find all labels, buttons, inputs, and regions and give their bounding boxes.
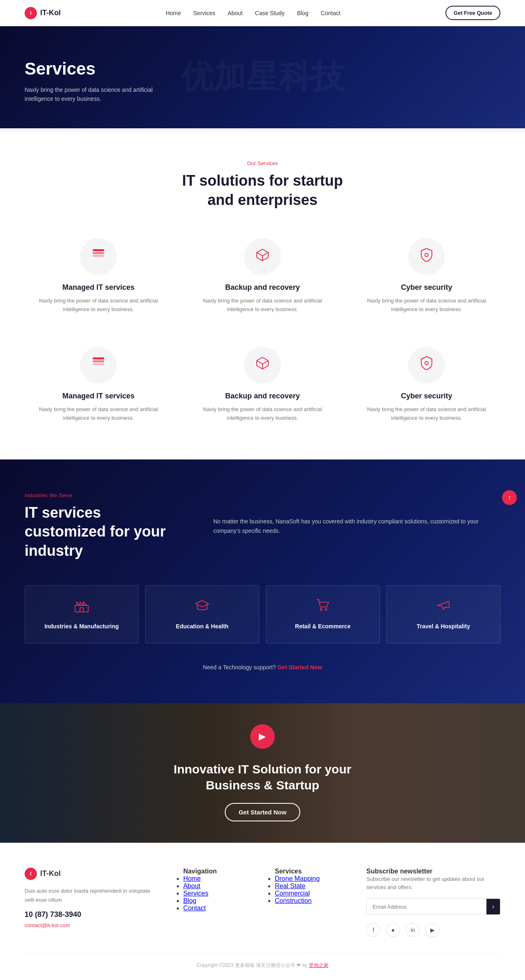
- video-content: ▶ Innovative IT Solution for yourBusines…: [173, 724, 351, 821]
- instagram-icon[interactable]: ●: [386, 923, 400, 937]
- divider-1: [0, 128, 525, 132]
- get-started-button[interactable]: Get Started Now: [225, 803, 301, 821]
- footer-logo: I IT-Kol: [25, 868, 159, 880]
- box-icon-2: [254, 355, 271, 375]
- footer-services-col: Services Drone Mapping Real State Commer…: [275, 868, 342, 937]
- box-icon: [254, 247, 271, 267]
- footer-services-title: Services: [275, 868, 342, 875]
- credits-link[interactable]: 坚他之家: [309, 962, 329, 968]
- brand-logo[interactable]: I IT-Kol: [25, 7, 61, 19]
- brand-name: IT-Kol: [40, 9, 61, 17]
- nav-blog[interactable]: Blog: [297, 10, 308, 16]
- service-title-2: Backup and recovery: [197, 283, 328, 292]
- footer-nav-contact[interactable]: Contact: [183, 905, 206, 912]
- industry-title-4: Travel & Hospitality: [395, 623, 492, 631]
- footer-phone: 10 (87) 738-3940: [25, 910, 159, 919]
- play-button[interactable]: ▶: [250, 724, 275, 749]
- industries-right: No matter the business, NanaSoft has you…: [213, 492, 500, 537]
- footer-service-2[interactable]: Real State: [275, 882, 306, 889]
- footer-nav-list: Home About Services Blog Contact: [183, 875, 250, 912]
- industry-cards-grid: Industries & Manufacturing Education & H…: [25, 585, 500, 643]
- navbar: I IT-Kol Home Services About Case Study …: [0, 0, 525, 26]
- svg-point-3: [425, 253, 428, 257]
- get-free-quote-button[interactable]: Get Free Quote: [445, 6, 500, 20]
- hero-banner: 优加星科技 Services Naxly bring the power of …: [0, 26, 525, 128]
- footer-credits: 更多模板 请关注微信公众号 ❤ by 坚他之家: [235, 962, 329, 968]
- industry-card-4[interactable]: Travel & Hospitality: [386, 585, 500, 643]
- shield-icon-1: [418, 247, 435, 267]
- services-subtitle: Our Services: [25, 160, 500, 166]
- industry-title-2: Education & Health: [154, 623, 251, 631]
- service-title-5: Backup and recovery: [197, 392, 328, 400]
- nav-home[interactable]: Home: [166, 10, 181, 16]
- industry-card-3[interactable]: Retail & Ecommerce: [266, 585, 380, 643]
- industry-card-1[interactable]: Industries & Manufacturing: [25, 585, 139, 643]
- layers-icon-2: [90, 355, 107, 375]
- nav-contact[interactable]: Contact: [321, 10, 340, 16]
- footer-services-list: Drone Mapping Real State Commercial Cons…: [275, 875, 342, 905]
- footer-service-4[interactable]: Construction: [275, 897, 312, 904]
- footer-nav-title: Navigation: [183, 868, 250, 875]
- email-subscribe-input[interactable]: [367, 899, 486, 914]
- footer-logo-icon: I: [25, 868, 37, 880]
- footer-email[interactable]: contact@it-kol.com: [25, 922, 159, 928]
- shield-icon-2: [418, 355, 435, 375]
- graduation-icon: [154, 598, 251, 616]
- nav-services[interactable]: Services: [193, 10, 215, 16]
- scroll-top-button[interactable]: ↑: [502, 490, 517, 505]
- service-card-2: Backup and recovery Naxly bring the powe…: [189, 230, 336, 322]
- footer-service-3[interactable]: Commercial: [275, 890, 310, 897]
- industry-card-2[interactable]: Education & Health: [145, 585, 259, 643]
- industries-title: IT services customized for your industry: [25, 503, 180, 561]
- footer-service-1[interactable]: Drone Mapping: [275, 875, 320, 882]
- service-title-6: Cyber security: [361, 392, 492, 400]
- service-desc-4: Naxly bring the power of data science an…: [33, 405, 164, 423]
- copyright-text: Copyright ©2023: [196, 962, 233, 968]
- email-subscribe-button[interactable]: ›: [486, 899, 500, 914]
- footer-bottom: Copyright ©2023 更多模板 请关注微信公众号 ❤ by 坚他之家: [25, 953, 500, 969]
- footer-nav-blog[interactable]: Blog: [183, 897, 196, 904]
- service-desc-3: Naxly bring the power of data science an…: [361, 297, 492, 314]
- service-desc-6: Naxly bring the power of data science an…: [361, 405, 492, 423]
- facebook-icon[interactable]: f: [366, 923, 380, 937]
- youtube-icon[interactable]: ▶: [425, 923, 439, 937]
- service-icon-wrap-2: [244, 238, 281, 275]
- industries-description: No matter the business, NanaSoft has you…: [213, 517, 500, 537]
- industry-title-3: Retail & Ecommerce: [274, 623, 371, 631]
- get-started-link[interactable]: Get Started Now: [277, 664, 322, 671]
- service-icon-wrap-3: [408, 238, 445, 275]
- industries-left: Industries We Serve IT services customiz…: [25, 492, 180, 569]
- nav-casestudy[interactable]: Case Study: [255, 10, 285, 16]
- footer-newsletter-col: Subscribe newsletter Subscribe our newsl…: [366, 868, 500, 937]
- service-desc-2: Naxly bring the power of data science an…: [197, 297, 328, 314]
- service-card-5: Backup and recovery Naxly bring the powe…: [189, 339, 336, 431]
- factory-icon: [33, 598, 130, 616]
- nav-about[interactable]: About: [228, 10, 243, 16]
- plane-icon: [395, 598, 492, 616]
- hero-description: Naxly bring the power of data science an…: [25, 85, 164, 104]
- hero-title: Services: [25, 59, 500, 79]
- footer-nav-about[interactable]: About: [183, 882, 201, 889]
- cart-icon: [274, 598, 371, 616]
- service-title-3: Cyber security: [361, 283, 492, 292]
- service-card-3: Cyber security Naxly bring the power of …: [353, 230, 500, 322]
- logo-icon: I: [25, 7, 37, 19]
- industries-inner: Industries We Serve IT services customiz…: [25, 492, 500, 569]
- footer-nav-home[interactable]: Home: [183, 875, 201, 882]
- industry-title-1: Industries & Manufacturing: [33, 623, 130, 631]
- services-title: IT solutions for startupand enterprises: [25, 171, 500, 210]
- layers-icon: [90, 247, 107, 267]
- svg-rect-1: [93, 252, 104, 254]
- svg-rect-6: [93, 357, 104, 359]
- linkedin-icon[interactable]: in: [406, 923, 420, 937]
- footer-brand-name: IT-Kol: [40, 869, 61, 878]
- svg-point-12: [325, 609, 327, 610]
- footer-nav-services[interactable]: Services: [183, 890, 208, 897]
- svg-point-7: [425, 362, 428, 365]
- service-icon-wrap-4: [80, 347, 117, 384]
- service-icon-wrap-1: [80, 238, 117, 275]
- footer-brand-col: I IT-Kol Duis aute irure dolor inasfa re…: [25, 868, 159, 937]
- footer-newsletter-title: Subscribe newsletter: [366, 868, 500, 875]
- footer-top: I IT-Kol Duis aute irure dolor inasfa re…: [25, 868, 500, 937]
- service-icon-wrap-5: [244, 347, 281, 384]
